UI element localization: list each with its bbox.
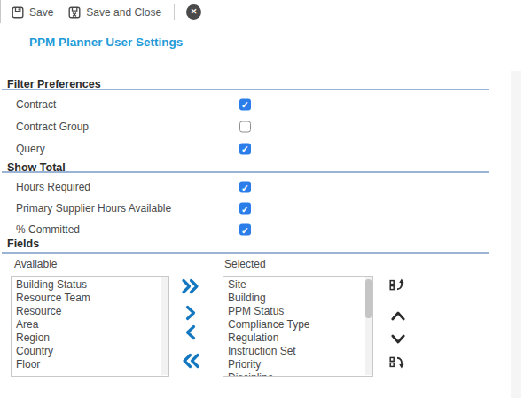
- list-item[interactable]: Site: [223, 278, 372, 292]
- page-title: PPM Planner User Settings: [29, 35, 183, 49]
- list-item[interactable]: Resource: [12, 305, 168, 318]
- save-and-close-button[interactable]: Save and Close: [68, 6, 161, 19]
- move-down-button[interactable]: [391, 332, 405, 347]
- available-list-items: Building Status Resource Team Resource A…: [12, 278, 168, 371]
- toolbar-divider: [174, 4, 175, 20]
- save-icon: [12, 6, 24, 19]
- available-scrollbar-track[interactable]: [161, 277, 168, 375]
- move-left-button[interactable]: [184, 324, 197, 344]
- checkbox-row: Primary Supplier Hours Available: [0, 198, 497, 219]
- close-icon: ✕: [191, 8, 198, 16]
- checkbox-row: Query: [0, 137, 497, 160]
- close-button[interactable]: ✕: [186, 4, 201, 20]
- move-all-right-button[interactable]: [181, 278, 200, 298]
- section-divider: [2, 89, 489, 90]
- available-list-label: Available: [14, 258, 57, 270]
- save-button-label: Save: [29, 6, 53, 19]
- save-and-close-icon: [68, 6, 81, 19]
- list-item[interactable]: Region: [12, 332, 168, 345]
- checkbox-row: Contract: [0, 93, 497, 115]
- selected-list-items: Site Building PPM Status Compliance Type…: [223, 278, 372, 377]
- checkbox[interactable]: [239, 143, 251, 154]
- checkbox-row: Hours Required: [0, 176, 497, 198]
- checkbox[interactable]: [239, 98, 251, 110]
- list-item[interactable]: Building Status: [12, 278, 168, 292]
- section-divider: [2, 171, 489, 173]
- checkbox[interactable]: [239, 224, 251, 236]
- checkbox-row-label: Primary Supplier Hours Available: [16, 202, 171, 215]
- checkbox[interactable]: [239, 182, 251, 193]
- move-up-button[interactable]: [391, 308, 405, 324]
- toolbar: Save Save and Close ✕: [0, 0, 532, 24]
- checkbox[interactable]: [239, 121, 251, 132]
- checkbox-row: Contract Group: [0, 115, 497, 137]
- list-item[interactable]: Resource Team: [12, 292, 168, 305]
- list-item[interactable]: Building: [223, 292, 372, 305]
- move-to-bottom-button[interactable]: [389, 355, 405, 374]
- available-listbox[interactable]: Building Status Resource Team Resource A…: [11, 276, 169, 377]
- checkbox-row-label: Contract Group: [16, 121, 89, 133]
- selected-listbox[interactable]: Site Building PPM Status Compliance Type…: [223, 276, 373, 377]
- list-item[interactable]: Instruction Set: [223, 345, 372, 358]
- list-item[interactable]: Discipline: [223, 371, 372, 377]
- list-item[interactable]: Floor: [12, 358, 168, 371]
- section-header-fields: Fields: [7, 238, 39, 250]
- move-right-button[interactable]: [184, 305, 197, 324]
- save-and-close-button-label: Save and Close: [86, 6, 161, 19]
- checkbox[interactable]: [239, 203, 251, 215]
- move-to-top-button[interactable]: [389, 277, 405, 296]
- list-item[interactable]: Country: [12, 345, 168, 358]
- list-item[interactable]: Regulation: [223, 332, 372, 345]
- selected-list-label: Selected: [224, 258, 266, 270]
- checkbox-row-label: Hours Required: [16, 181, 90, 193]
- list-item[interactable]: Priority: [223, 358, 372, 371]
- save-button[interactable]: Save: [12, 6, 53, 19]
- checkbox-row: % Committed: [0, 219, 497, 240]
- section-divider: [2, 252, 489, 254]
- checkbox-row-label: Contract: [16, 98, 56, 111]
- filter-preferences-rows: Contract Contract Group Query: [0, 93, 497, 160]
- checkbox-row-label: % Committed: [16, 223, 80, 236]
- checkbox-row-label: Query: [16, 143, 45, 155]
- page-scrollbar[interactable]: [511, 71, 521, 398]
- list-item[interactable]: Compliance Type: [223, 318, 372, 332]
- list-item[interactable]: Area: [12, 318, 168, 332]
- move-all-left-button[interactable]: [181, 353, 200, 372]
- show-total-rows: Hours Required Primary Supplier Hours Av…: [0, 176, 497, 240]
- selected-scrollbar-thumb[interactable]: [365, 279, 372, 318]
- list-item[interactable]: PPM Status: [223, 305, 372, 318]
